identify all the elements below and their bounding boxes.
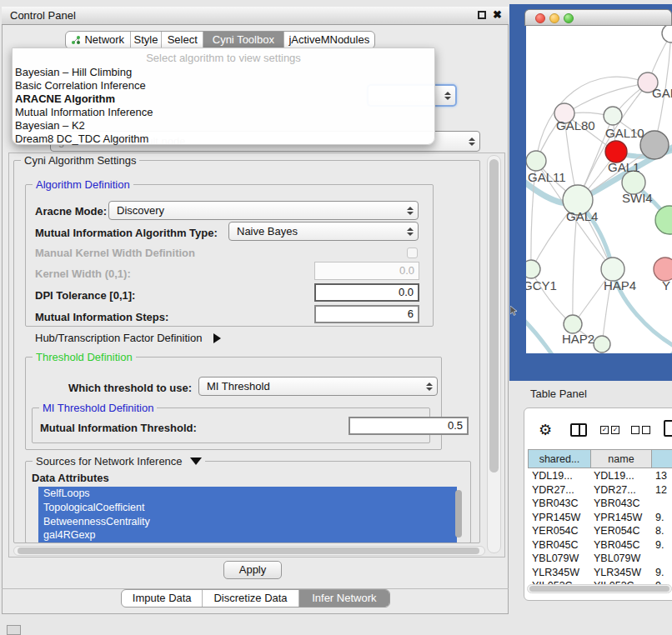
mi-algorithm-type-combo[interactable]: Naive Bayes [228, 222, 419, 241]
list-item[interactable]: SelfLoops [38, 487, 457, 501]
data-attributes-list: SelfLoops TopologicalCoefficient Between… [38, 487, 465, 542]
node-label: HAP2 [562, 332, 594, 346]
list-item[interactable]: TopologicalCoefficient [38, 501, 457, 515]
settings-horizontal-scrollbar [13, 546, 485, 556]
algorithm-dropdown-popup: Select algorithm to view settings Bayesi… [12, 48, 435, 145]
node-gal11[interactable] [526, 151, 546, 171]
dropdown-item[interactable]: Basic Correlation Inference [13, 79, 434, 92]
group-title: Algorithm Definition [33, 178, 133, 191]
mi-algorithm-type-label: Mutual Information Algorithm Type: [35, 227, 218, 239]
mi-threshold-label: Mutual Information Threshold: [40, 422, 197, 434]
node-label: GAL11 [528, 170, 566, 184]
split-columns-icon[interactable] [570, 423, 587, 437]
node-label: GAL80 [556, 118, 595, 132]
node-hap2[interactable] [564, 315, 582, 333]
chevron-right-icon [213, 333, 221, 343]
mi-threshold-field[interactable]: 0.5 [349, 417, 469, 435]
tab-cyni-toolbox[interactable]: Cyni Toolbox [203, 32, 283, 48]
dropdown-item[interactable]: Dream8 DC_TDC Algorithm [13, 132, 434, 146]
gear-icon[interactable]: ⚙ [539, 421, 552, 439]
mi-steps-field[interactable]: 6 [314, 305, 419, 323]
node-label: SWI4 [622, 191, 653, 205]
combo-stepper-icon [426, 382, 433, 391]
dropdown-placeholder: Select algorithm to view settings [13, 51, 434, 66]
tab-discretize-data[interactable]: Discretize Data [202, 590, 298, 607]
table-body: YDL19... YDL19... 13 YDR27... YDR27... 1… [525, 469, 672, 584]
column-header-partial[interactable] [651, 449, 672, 468]
node-hap4[interactable] [601, 258, 624, 281]
node-label: HAP4 [604, 278, 636, 292]
network-icon [71, 35, 81, 45]
bottom-tabbar: Impute Data Discretize Data Infer Networ… [121, 589, 390, 608]
dropdown-item[interactable]: Bayesian – K2 [13, 119, 434, 132]
node-unlabeled[interactable] [594, 336, 610, 352]
list-item[interactable]: BetweennessCentrality [38, 515, 457, 529]
screen: Control Panel ✖ Network Style Select Cyn… [0, 0, 672, 635]
control-panel-titlebar: Control Panel ✖ [2, 7, 509, 25]
node-label: GAL10 [605, 126, 644, 140]
tab-select[interactable]: Select [161, 32, 203, 48]
kernel-width-label: Kernel Width (0,1): [35, 268, 131, 280]
manual-kernel-label: Manual Kernel Width Definition [35, 247, 195, 259]
combo-stepper-icon [407, 207, 414, 215]
scrollbar-thumb[interactable] [18, 548, 479, 554]
node-label: Y [662, 278, 670, 292]
apply-button[interactable]: Apply [223, 561, 282, 579]
float-panel-icon[interactable] [478, 11, 486, 19]
which-threshold-combo[interactable]: MI Threshold [198, 377, 438, 396]
tab-jactivemnodules[interactable]: jActiveMNodules [283, 32, 374, 48]
node-unlabeled[interactable] [662, 26, 672, 42]
network-window-titlebar [524, 9, 672, 26]
deselect-all-columns-icon[interactable] [631, 426, 650, 434]
node-y-partial[interactable] [654, 258, 672, 281]
chevron-down-icon [190, 458, 202, 465]
control-panel-tabbar: Network Style Select Cyni Toolbox jActiv… [65, 31, 375, 49]
column-header-shared-name[interactable]: shared... [528, 449, 591, 468]
close-panel-icon[interactable]: ✖ [493, 8, 502, 21]
dropdown-item[interactable]: Mutual Information Inference [13, 106, 434, 119]
table-horizontal-scrollbar [527, 584, 672, 593]
minimize-window-icon[interactable] [549, 13, 559, 23]
tab-impute-data[interactable]: Impute Data [122, 590, 202, 607]
settings-vertical-scrollbar [487, 155, 501, 553]
combo-stepper-icon [407, 228, 414, 236]
new-table-icon[interactable] [664, 420, 672, 437]
tab-network[interactable]: Network [66, 32, 130, 48]
sources-group-title[interactable]: Sources for Network Inference [33, 455, 205, 468]
column-header-name[interactable]: name [590, 449, 652, 468]
dpi-tolerance-field[interactable]: 0.0 [314, 283, 419, 302]
tab-style[interactable]: Style [130, 32, 162, 48]
list-item[interactable]: gal4RGexp [38, 528, 457, 542]
hub-definition-toggle[interactable]: Hub/Transcription Factor Definition [35, 332, 221, 344]
node-gal10[interactable] [604, 107, 622, 125]
list-scrollbar-thumb[interactable] [455, 490, 462, 538]
mi-steps-label: Mutual Information Steps: [35, 311, 168, 323]
node-label: GAL [652, 86, 672, 100]
data-attributes-label: Data Attributes [32, 472, 109, 484]
manual-kernel-checkbox[interactable] [407, 248, 418, 258]
control-panel-title: Control Panel [10, 9, 76, 22]
network-canvas[interactable]: GAL GAL80 GAL10 GAL1 GAL11 SWI4 GAL4 GCY… [526, 26, 672, 353]
combo-stepper-icon [444, 92, 451, 100]
dropdown-item[interactable]: Bayesian – Hill Climbing [13, 66, 434, 79]
aracne-mode-combo[interactable]: Discovery [108, 201, 419, 220]
scrollbar-thumb[interactable] [529, 586, 669, 592]
combo-stepper-icon [469, 138, 475, 146]
aracne-mode-label: Aracne Mode: [35, 205, 107, 218]
scrollbar-thumb[interactable] [489, 159, 499, 472]
node-label: GAL1 [608, 160, 639, 174]
node-label: GCY1 [526, 278, 557, 292]
close-window-icon[interactable] [535, 13, 545, 23]
select-all-columns-icon[interactable]: ✓ ✓ [600, 426, 619, 434]
node-gcy1[interactable] [526, 260, 540, 278]
node-label: GAL4 [566, 209, 598, 223]
kernel-width-field[interactable]: 0.0 [314, 262, 419, 280]
dropdown-item-selected[interactable]: ARACNE Algorithm [13, 92, 434, 106]
which-threshold-label: Which threshold to use: [68, 382, 192, 394]
collapsed-panel-icon[interactable] [7, 625, 21, 635]
node-green[interactable] [655, 206, 672, 234]
node-gray[interactable] [640, 131, 669, 159]
network-graph [526, 26, 672, 353]
tab-infer-network[interactable]: Infer Network [298, 590, 389, 607]
zoom-window-icon[interactable] [564, 13, 574, 23]
